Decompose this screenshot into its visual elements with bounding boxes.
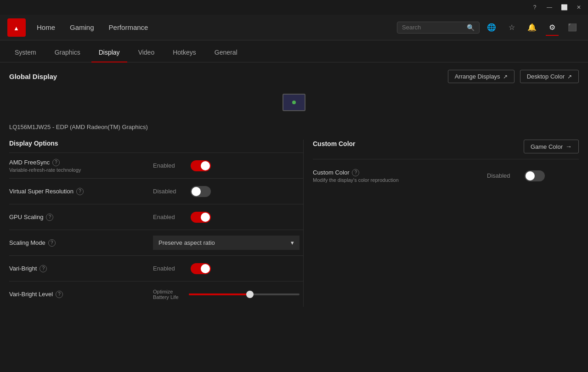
slider-row: Optimize Battery Life bbox=[153, 289, 300, 300]
custom-color-control: Disabled bbox=[487, 170, 579, 181]
gpu-scaling-status: Enabled bbox=[153, 214, 185, 220]
display-device-label: LQ156M1JW25 - EDP (AMD Radeon(TM) Graphi… bbox=[9, 120, 579, 130]
search-icon: 🔍 bbox=[467, 24, 475, 31]
nav-links: Home Gaming Performance bbox=[37, 22, 397, 33]
globe-icon-btn[interactable]: 🌐 bbox=[483, 19, 500, 36]
vsr-label-col: Virtual Super Resolution ? bbox=[9, 182, 149, 201]
global-display-title: Global Display bbox=[9, 73, 57, 80]
tab-general[interactable]: General bbox=[207, 43, 245, 62]
custom-color-row: Custom Color ? Modify the display's colo… bbox=[313, 159, 579, 192]
vari-bright-toggle-knob bbox=[201, 264, 210, 273]
search-box[interactable]: 🔍 bbox=[397, 22, 480, 34]
nav-gaming[interactable]: Gaming bbox=[70, 22, 94, 33]
custom-color-toggle[interactable] bbox=[525, 170, 545, 181]
nav-home[interactable]: Home bbox=[37, 22, 55, 33]
custom-color-help-icon[interactable]: ? bbox=[352, 169, 359, 176]
tab-display[interactable]: Display bbox=[91, 43, 127, 62]
tab-video[interactable]: Video bbox=[131, 43, 162, 62]
gpu-scaling-label: GPU Scaling ? bbox=[9, 214, 146, 221]
settings-icon-btn[interactable]: ⚙ bbox=[544, 19, 560, 36]
close-button[interactable]: ✕ bbox=[573, 2, 584, 13]
monitor-dot bbox=[292, 101, 296, 104]
gpu-scaling-toggle-knob bbox=[201, 213, 210, 222]
tab-graphics[interactable]: Graphics bbox=[47, 43, 88, 62]
svg-text:▲: ▲ bbox=[13, 25, 19, 32]
vari-bright-level-control: Optimize Battery Life bbox=[149, 283, 303, 305]
vari-bright-level-help-icon[interactable]: ? bbox=[56, 291, 63, 298]
setting-row-amd-freesync: AMD FreeSync ? Variable-refresh-rate tec… bbox=[9, 152, 303, 178]
title-bar: ? — ⬜ ✕ bbox=[0, 0, 588, 15]
setting-row-scaling-mode: Scaling Mode ? Preserve aspect ratio ▾ bbox=[9, 230, 303, 255]
gpu-scaling-control: Enabled bbox=[149, 206, 303, 228]
slider-label2: Battery Life bbox=[153, 294, 185, 300]
freesync-toggle[interactable] bbox=[191, 160, 211, 171]
scaling-mode-help-icon[interactable]: ? bbox=[48, 239, 56, 247]
tab-hotkeys[interactable]: Hotkeys bbox=[165, 43, 204, 62]
setting-row-vsr: Virtual Super Resolution ? Disabled bbox=[9, 178, 303, 204]
chevron-down-icon: ▾ bbox=[291, 239, 294, 246]
scaling-mode-value: Preserve aspect ratio bbox=[158, 239, 215, 246]
gpu-scaling-help-icon[interactable]: ? bbox=[46, 214, 53, 221]
freesync-label-col: AMD FreeSync ? Variable-refresh-rate tec… bbox=[9, 153, 149, 178]
gpu-scaling-label-col: GPU Scaling ? bbox=[9, 208, 149, 226]
custom-color-title: Custom Color bbox=[313, 140, 356, 147]
nav-right: 🔍 🌐 ☆ 🔔 ⚙ ⬛ bbox=[397, 19, 581, 36]
tab-system[interactable]: System bbox=[7, 43, 44, 62]
vsr-label: Virtual Super Resolution ? bbox=[9, 188, 146, 195]
logo[interactable]: ▲ bbox=[7, 18, 26, 37]
game-color-button[interactable]: Game Color → bbox=[524, 140, 579, 153]
two-col-layout: Display Options AMD FreeSync ? Variable-… bbox=[9, 140, 579, 307]
setting-row-vari-bright-level: Vari-Bright Level ? Optimize Battery Lif… bbox=[9, 281, 303, 307]
vari-bright-toggle[interactable] bbox=[191, 263, 211, 274]
vari-bright-level-label-col: Vari-Bright Level ? bbox=[9, 285, 149, 304]
global-display-header: Global Display Arrange Displays ↗ Deskto… bbox=[9, 70, 579, 83]
slider-container[interactable] bbox=[189, 293, 300, 295]
custom-color-label: Custom Color ? bbox=[313, 169, 487, 176]
freesync-status: Enabled bbox=[153, 162, 185, 169]
desktop-color-button[interactable]: Desktop Color ↗ bbox=[520, 70, 579, 83]
arrange-displays-icon: ↗ bbox=[503, 73, 508, 80]
slider-label-group: Optimize Battery Life bbox=[153, 289, 185, 300]
nav-performance[interactable]: Performance bbox=[109, 22, 148, 33]
freesync-control: Enabled bbox=[149, 155, 303, 177]
freesync-help-icon[interactable]: ? bbox=[52, 159, 60, 166]
slider-label1: Optimize bbox=[153, 289, 185, 294]
setting-row-vari-bright: Vari-Bright ? Enabled bbox=[9, 255, 303, 281]
vari-bright-label: Vari-Bright ? bbox=[9, 265, 146, 272]
maximize-button[interactable]: ⬜ bbox=[559, 2, 570, 13]
nav-bar: ▲ Home Gaming Performance 🔍 🌐 ☆ 🔔 ⚙ ⬛ bbox=[0, 15, 588, 40]
scaling-mode-control: Preserve aspect ratio ▾ bbox=[149, 230, 303, 255]
arrange-displays-button[interactable]: Arrange Displays ↗ bbox=[448, 70, 514, 83]
freesync-sublabel: Variable-refresh-rate technology bbox=[9, 167, 146, 173]
custom-color-toggle-knob bbox=[526, 171, 535, 180]
tab-bar: System Graphics Display Video Hotkeys Ge… bbox=[0, 40, 588, 62]
minimize-button[interactable]: — bbox=[544, 2, 555, 13]
slider-thumb[interactable] bbox=[246, 291, 254, 298]
left-col: Display Options AMD FreeSync ? Variable-… bbox=[9, 140, 303, 307]
star-icon-btn[interactable]: ☆ bbox=[503, 19, 520, 36]
vari-bright-help-icon[interactable]: ? bbox=[40, 265, 47, 272]
scaling-mode-label: Scaling Mode ? bbox=[9, 239, 146, 247]
scaling-mode-dropdown[interactable]: Preserve aspect ratio ▾ bbox=[153, 236, 300, 250]
scaling-mode-label-col: Scaling Mode ? bbox=[9, 234, 149, 252]
bell-icon-btn[interactable]: 🔔 bbox=[524, 19, 540, 36]
vari-bright-control: Enabled bbox=[149, 258, 303, 280]
vsr-toggle-knob bbox=[192, 187, 201, 196]
vsr-toggle[interactable] bbox=[191, 186, 211, 197]
game-color-label: Game Color bbox=[531, 143, 563, 150]
custom-color-header: Custom Color Game Color → bbox=[313, 140, 579, 153]
freesync-label: AMD FreeSync ? bbox=[9, 159, 146, 166]
custom-color-status: Disabled bbox=[487, 172, 519, 179]
search-input[interactable] bbox=[402, 24, 463, 31]
vsr-help-icon[interactable]: ? bbox=[76, 188, 84, 195]
main-content: Global Display Arrange Displays ↗ Deskto… bbox=[0, 62, 588, 372]
gpu-scaling-toggle[interactable] bbox=[191, 212, 211, 223]
vari-bright-label-col: Vari-Bright ? bbox=[9, 259, 149, 278]
help-button[interactable]: ? bbox=[529, 2, 540, 13]
custom-color-sublabel: Modify the display's color reproduction bbox=[313, 177, 487, 183]
custom-color-label-col: Custom Color ? Modify the display's colo… bbox=[313, 169, 487, 183]
desktop-color-icon: ↗ bbox=[567, 73, 572, 80]
monitor-icon bbox=[283, 94, 305, 111]
export-icon-btn[interactable]: ⬛ bbox=[564, 19, 581, 36]
global-display-actions: Arrange Displays ↗ Desktop Color ↗ bbox=[448, 70, 579, 83]
